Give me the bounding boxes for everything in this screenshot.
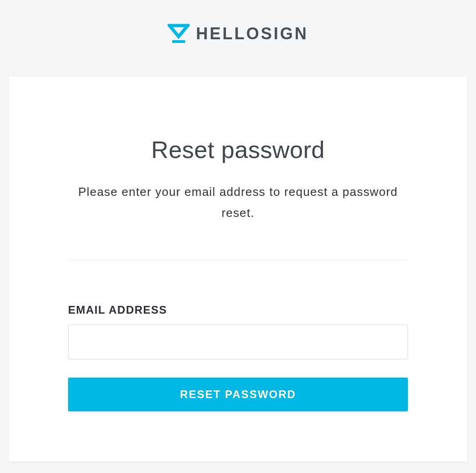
reset-password-card: Reset password Please enter your email a… bbox=[9, 77, 467, 462]
reset-password-button[interactable]: RESET PASSWORD bbox=[68, 378, 408, 411]
email-label: EMAIL ADDRESS bbox=[68, 304, 408, 316]
email-input[interactable] bbox=[68, 325, 408, 359]
card-title: Reset password bbox=[68, 136, 408, 163]
hellosign-logo-icon bbox=[168, 23, 190, 45]
card-subtitle: Please enter your email address to reque… bbox=[68, 182, 408, 223]
page-container: HELLOSIGN Reset password Please enter yo… bbox=[0, 0, 476, 462]
svg-rect-0 bbox=[172, 40, 185, 43]
brand-name: HELLOSIGN bbox=[196, 24, 308, 43]
divider bbox=[68, 260, 408, 260]
brand-logo: HELLOSIGN bbox=[168, 23, 308, 45]
